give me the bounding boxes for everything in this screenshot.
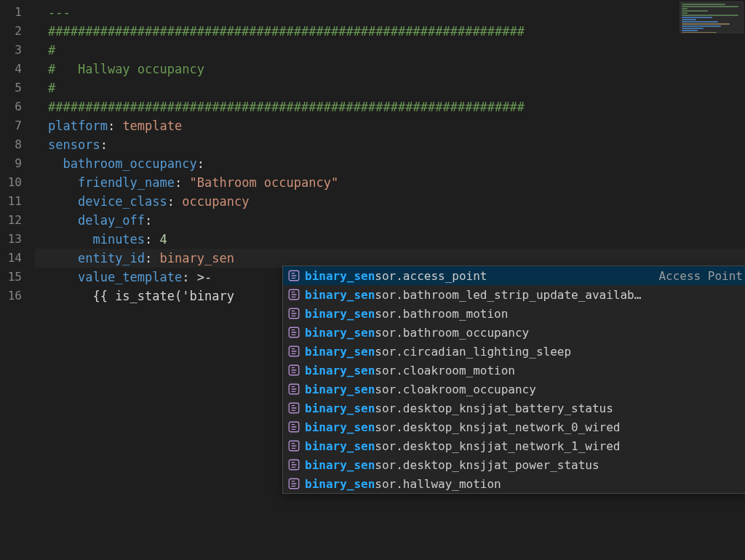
autocomplete-item[interactable]: binary_sensor.desktop_knsjjat_power_stat… [283, 455, 745, 474]
yaml-key: bathroom_occupancy [63, 156, 196, 171]
code-line[interactable]: friendly_name: "Bathroom occupancy" [35, 173, 745, 192]
yaml-key: entity_id [78, 251, 145, 265]
autocomplete-popup[interactable]: binary_sensor.access_point Access Point … [282, 265, 745, 494]
yaml-key: value_template [78, 270, 182, 284]
line-number: 16 [0, 287, 22, 305]
line-number-gutter: 1 2 3 4 5 6 7 8 9 10 11 12 13 14 15 16 [0, 0, 35, 560]
code-line[interactable]: ########################################… [35, 22, 745, 41]
autocomplete-item[interactable]: binary_sensor.bathroom_occupancy [283, 323, 745, 342]
code-line[interactable]: # [35, 79, 745, 97]
line-number: 1 [0, 3, 22, 22]
line-number: 9 [0, 154, 22, 173]
enum-member-icon [287, 288, 300, 301]
yaml-string: "Bathroom occupancy" [190, 175, 339, 190]
autocomplete-label: binary_sensor.cloakroom_motion [305, 364, 515, 377]
line-number: 14 [0, 249, 22, 268]
minimap[interactable] [680, 1, 744, 33]
yaml-key: delay_off [78, 213, 145, 228]
line-number: 2 [0, 22, 22, 41]
autocomplete-label: binary_sensor.bathroom_occupancy [305, 326, 529, 340]
yaml-key: minutes [92, 232, 145, 247]
autocomplete-label: binary_sensor.access_point [305, 269, 487, 283]
line-number: 12 [0, 211, 22, 230]
enum-member-icon [287, 420, 300, 433]
line-number: 4 [0, 60, 22, 79]
yaml-value: occupancy [182, 194, 249, 209]
yaml-number: 4 [160, 232, 167, 247]
autocomplete-label: binary_sensor.desktop_knsjjat_battery_st… [305, 401, 613, 415]
autocomplete-item[interactable]: binary_sensor.cloakroom_occupancy [283, 380, 745, 399]
code-area[interactable]: --- ####################################… [35, 0, 745, 560]
autocomplete-label: binary_sensor.bathroom_led_strip_update_… [305, 288, 641, 302]
yaml-key: sensors [48, 137, 100, 152]
comment: # Hallway occupancy [48, 62, 204, 76]
enum-member-icon [287, 364, 300, 377]
yaml-key: device_class [78, 194, 167, 209]
yaml-doc-start: --- [48, 5, 71, 20]
enum-member-icon [287, 269, 300, 282]
line-number: 11 [0, 192, 22, 211]
comment: ########################################… [48, 24, 525, 39]
minimap-viewport[interactable] [680, 2, 743, 33]
enum-member-icon [287, 477, 300, 490]
comment: # [48, 81, 55, 95]
code-line[interactable]: minutes: 4 [35, 230, 745, 249]
enum-member-icon [287, 326, 300, 339]
comment: # [48, 43, 55, 57]
autocomplete-label: binary_sensor.circadian_lighting_sleep [305, 345, 571, 359]
enum-member-icon [287, 383, 300, 396]
code-line[interactable]: device_class: occupancy [35, 192, 745, 211]
code-line[interactable]: delay_off: [35, 211, 745, 230]
line-number: 3 [0, 41, 22, 60]
autocomplete-detail: Access Point [644, 269, 743, 283]
autocomplete-label: binary_sensor.cloakroom_occupancy [305, 383, 536, 396]
code-line[interactable]: sensors: [35, 135, 745, 154]
yaml-key: friendly_name [78, 175, 175, 190]
yaml-key: platform [48, 119, 108, 133]
autocomplete-label: binary_sensor.desktop_knsjjat_network_0_… [305, 420, 620, 434]
code-line[interactable]: # [35, 41, 745, 60]
code-line[interactable]: bathroom_occupancy: [35, 154, 745, 173]
autocomplete-label: binary_sensor.desktop_knsjjat_power_stat… [305, 458, 599, 472]
line-number: 8 [0, 135, 22, 154]
yaml-scalar: >- [197, 270, 212, 284]
code-line[interactable]: ########################################… [35, 97, 745, 116]
autocomplete-item[interactable]: binary_sensor.cloakroom_motion [283, 361, 745, 380]
code-line[interactable]: # Hallway occupancy [35, 60, 745, 79]
code-line[interactable]: --- [35, 3, 745, 22]
line-number: 7 [0, 116, 22, 135]
code-editor[interactable]: 1 2 3 4 5 6 7 8 9 10 11 12 13 14 15 16 -… [0, 0, 745, 560]
autocomplete-item[interactable]: binary_sensor.desktop_knsjjat_network_1_… [283, 436, 745, 455]
line-number: 5 [0, 79, 22, 97]
enum-member-icon [287, 458, 300, 471]
enum-member-icon [287, 307, 300, 320]
autocomplete-item-selected[interactable]: binary_sensor.access_point Access Point [283, 266, 745, 285]
enum-member-icon [287, 345, 300, 358]
comment: ########################################… [48, 100, 525, 114]
line-number: 6 [0, 97, 22, 116]
enum-member-icon [287, 401, 300, 415]
autocomplete-item[interactable]: binary_sensor.hallway_motion [283, 474, 745, 493]
jinja-template: {{ is_state('binary [92, 289, 234, 303]
code-line[interactable]: platform: template [35, 116, 745, 135]
autocomplete-label: binary_sensor.bathroom_motion [305, 307, 508, 321]
line-number: 10 [0, 173, 22, 192]
enum-member-icon [287, 439, 300, 452]
autocomplete-item[interactable]: binary_sensor.circadian_lighting_sleep [283, 342, 745, 361]
line-number: 15 [0, 268, 22, 287]
autocomplete-item[interactable]: binary_sensor.bathroom_led_strip_update_… [283, 285, 745, 304]
autocomplete-item[interactable]: binary_sensor.bathroom_motion [283, 304, 745, 323]
autocomplete-item[interactable]: binary_sensor.desktop_knsjjat_battery_st… [283, 399, 745, 417]
yaml-value: template [122, 119, 182, 133]
autocomplete-label: binary_sensor.hallway_motion [305, 477, 501, 491]
yaml-value: binary_sen [160, 251, 234, 265]
autocomplete-item[interactable]: binary_sensor.desktop_knsjjat_network_0_… [283, 417, 745, 436]
autocomplete-label: binary_sensor.desktop_knsjjat_network_1_… [305, 439, 620, 453]
line-number: 13 [0, 230, 22, 249]
